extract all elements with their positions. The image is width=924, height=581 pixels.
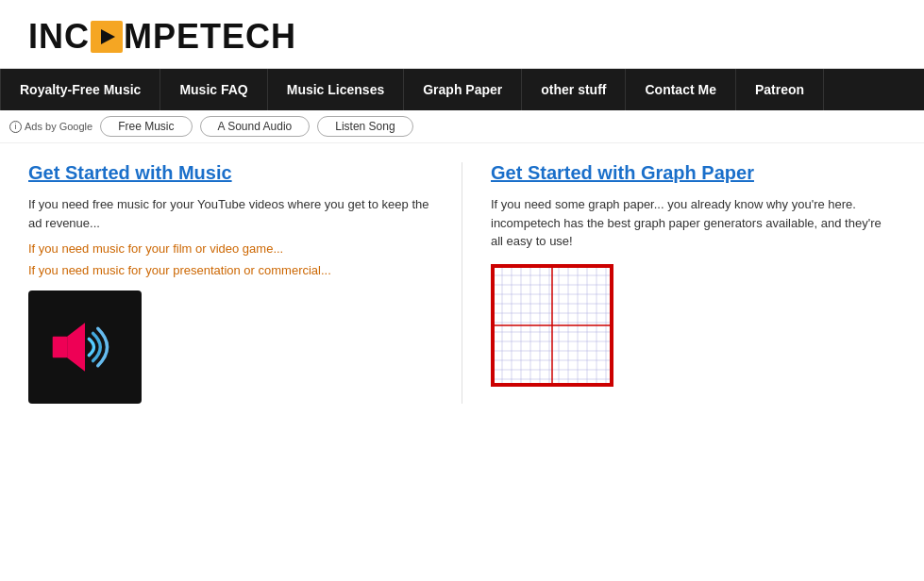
music-link-presentation[interactable]: If you need music for your presentation … [28, 263, 433, 277]
right-column: Get Started with Graph Paper If you need… [462, 162, 896, 404]
ad-pill-1[interactable]: Free Music [100, 116, 192, 137]
nav-item-contact-me[interactable]: Contact Me [626, 69, 735, 110]
graph-paper-section-title[interactable]: Get Started with Graph Paper [491, 162, 896, 184]
graph-paper-section-desc: If you need some graph paper... you alre… [491, 195, 896, 251]
nav-item-graph-paper[interactable]: Graph Paper [404, 69, 522, 110]
nav-item-other-stuff[interactable]: other stuff [522, 69, 626, 110]
ads-label-text: Ads by Google [25, 121, 92, 132]
music-section-desc: If you need free music for your YouTube … [28, 195, 433, 232]
main-content: Get Started with Music If you need free … [0, 143, 924, 423]
ads-label: i Ads by Google [9, 121, 92, 133]
svg-rect-0 [53, 337, 67, 357]
logo: INC MPETECH [28, 17, 896, 57]
speaker-icon [47, 319, 123, 375]
ads-info-icon[interactable]: i [9, 121, 22, 133]
graph-paper-svg [493, 266, 612, 385]
svg-marker-1 [67, 323, 85, 371]
nav-item-patreon[interactable]: Patreon [736, 69, 824, 110]
music-icon-box [28, 290, 142, 404]
nav-item-music-faq[interactable]: Music FAQ [160, 69, 267, 110]
music-link-film[interactable]: If you need music for your film or video… [28, 241, 433, 256]
logo-text-after: MPETECH [124, 17, 296, 57]
play-icon [91, 21, 123, 53]
ad-pill-3[interactable]: Listen Song [317, 116, 412, 137]
ad-pill-2[interactable]: A Sound Audio [200, 116, 311, 137]
nav-item-royalty-free-music[interactable]: Royalty-Free Music [0, 69, 160, 110]
music-section-title[interactable]: Get Started with Music [28, 162, 433, 184]
main-nav: Royalty-Free Music Music FAQ Music Licen… [0, 69, 924, 110]
left-column: Get Started with Music If you need free … [28, 162, 462, 404]
header: INC MPETECH [0, 0, 924, 68]
nav-item-music-licenses[interactable]: Music Licenses [268, 69, 405, 110]
graph-paper-thumbnail [491, 264, 613, 387]
logo-text-before: INC [28, 17, 90, 57]
ads-bar: i Ads by Google Free Music A Sound Audio… [0, 110, 924, 143]
